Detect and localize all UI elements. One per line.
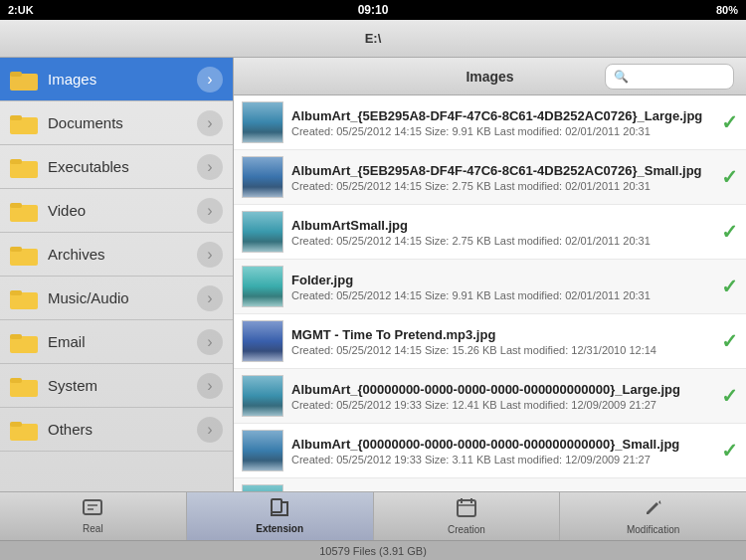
sidebar-item-email[interactable]: Email	[0, 320, 233, 364]
real-icon	[82, 498, 103, 521]
folder-icon	[10, 375, 38, 397]
path-bar: E:\	[0, 20, 746, 58]
toolbar-label-creation: Creation	[448, 524, 485, 535]
folder-icon	[10, 287, 38, 309]
file-info: AlbumArt_{00000000-0000-0000-0000-000000…	[291, 382, 715, 411]
check-mark-icon: ✓	[721, 165, 738, 189]
svg-rect-18	[84, 500, 101, 514]
table-row[interactable]: AlbumArt_{00000000-0000-0000-0000-000000…	[234, 424, 746, 478]
sidebar-item-system[interactable]: System	[0, 364, 233, 408]
creation-icon	[457, 497, 476, 522]
status-bar: 2:UK 09:10 80%	[0, 0, 746, 20]
file-info: MGMT - Time To Pretend.mp3.jpgCreated: 0…	[291, 327, 715, 356]
sidebar-item-label-executables: Executables	[48, 158, 197, 175]
svg-rect-17	[10, 422, 22, 427]
svg-rect-13	[10, 334, 22, 339]
file-meta: Created: 05/25/2012 14:15 Size: 2.75 KB …	[291, 235, 715, 247]
file-name: AlbumArt_{5EB295A8-DF4F-47C6-8C61-4DB252…	[291, 163, 715, 178]
check-mark-icon: ✓	[721, 384, 738, 408]
svg-rect-21	[272, 499, 281, 512]
table-row[interactable]: AlbumArt_{5EB295A8-DF4F-47C6-8C61-4DB252…	[234, 150, 746, 205]
file-name: AlbumArt_{00000000-0000-0000-0000-000000…	[291, 382, 715, 397]
status-left: 2:UK	[8, 4, 34, 16]
sidebar-item-archives[interactable]: Archives	[0, 233, 233, 277]
folder-icon	[10, 200, 38, 222]
file-info: AlbumArt_{5EB295A8-DF4F-47C6-8C61-4DB252…	[291, 108, 715, 137]
file-meta: Created: 05/25/2012 19:33 Size: 3.11 KB …	[291, 454, 715, 466]
chevron-right-icon	[197, 198, 223, 224]
file-name: Folder.jpg	[291, 273, 715, 287]
svg-rect-22	[458, 500, 475, 516]
file-info: AlbumArt_{00000000-0000-0000-0000-000000…	[291, 437, 715, 466]
file-name: AlbumArtSmall.jpg	[291, 218, 715, 233]
sidebar-item-images[interactable]: Images	[0, 58, 233, 101]
sidebar-item-label-music-audio: Music/Audio	[48, 289, 197, 306]
check-mark-icon: ✓	[721, 439, 738, 463]
sidebar-item-label-email: Email	[48, 333, 197, 350]
sidebar-item-label-documents: Documents	[48, 114, 197, 131]
path-text: E:\	[365, 31, 382, 46]
toolbar-label-extension: Extension	[256, 523, 303, 534]
svg-rect-5	[10, 159, 22, 164]
modification-icon	[644, 497, 663, 522]
sidebar-item-label-archives: Archives	[48, 246, 197, 263]
table-row[interactable]: AlbumArt_{061154BA-DD5D-4D69-B367-26B2A5…	[234, 478, 746, 491]
file-thumbnail	[242, 101, 283, 143]
chevron-right-icon	[197, 285, 223, 311]
toolbar-label-modification: Modification	[627, 524, 679, 535]
chevron-right-icon	[197, 329, 223, 355]
file-thumbnail	[242, 266, 283, 307]
sidebar: Images Documents Executables Video Archi…	[0, 58, 234, 491]
toolbar-item-real[interactable]: Real	[0, 492, 187, 540]
file-name: AlbumArt_{5EB295A8-DF4F-47C6-8C61-4DB252…	[291, 108, 715, 123]
sidebar-item-label-system: System	[48, 377, 197, 394]
file-meta: Created: 05/25/2012 19:33 Size: 12.41 KB…	[291, 399, 715, 411]
svg-rect-11	[10, 290, 22, 295]
file-name: AlbumArt_{00000000-0000-0000-0000-000000…	[291, 437, 715, 452]
chevron-right-icon	[197, 242, 223, 268]
right-panel-title: Images	[375, 69, 605, 85]
folder-icon	[10, 69, 38, 91]
table-row[interactable]: AlbumArtSmall.jpgCreated: 05/25/2012 14:…	[234, 205, 746, 260]
file-thumbnail	[242, 375, 283, 417]
table-row[interactable]: AlbumArt_{5EB295A8-DF4F-47C6-8C61-4DB252…	[234, 95, 746, 150]
chevron-right-icon	[197, 417, 223, 443]
search-box[interactable]: 🔍	[605, 64, 734, 90]
file-meta: Created: 05/25/2012 14:15 Size: 15.26 KB…	[291, 344, 715, 356]
table-row[interactable]: Folder.jpgCreated: 05/25/2012 14:15 Size…	[234, 260, 746, 314]
chevron-right-icon	[197, 110, 223, 136]
sidebar-item-others[interactable]: Others	[0, 408, 233, 452]
search-input[interactable]	[633, 70, 746, 84]
toolbar-item-creation[interactable]: Creation	[374, 492, 561, 540]
file-count-text: 10579 Files (3.91 GB)	[319, 545, 427, 557]
sidebar-item-label-others: Others	[48, 421, 197, 438]
file-meta: Created: 05/25/2012 14:15 Size: 2.75 KB …	[291, 180, 715, 192]
bottom-toolbar: RealExtensionCreationModification	[0, 491, 746, 540]
chevron-right-icon	[197, 154, 223, 180]
folder-icon	[10, 112, 38, 134]
folder-icon	[10, 244, 38, 266]
toolbar-item-modification[interactable]: Modification	[560, 492, 746, 540]
status-bottom: 10579 Files (3.91 GB)	[0, 540, 746, 560]
file-thumbnail	[242, 320, 283, 362]
sidebar-item-documents[interactable]: Documents	[0, 101, 233, 145]
right-panel: Images 🔍 AlbumArt_{5EB295A8-DF4F-47C6-8C…	[234, 58, 746, 491]
sidebar-item-video[interactable]: Video	[0, 189, 233, 233]
sidebar-item-music-audio[interactable]: Music/Audio	[0, 277, 233, 320]
table-row[interactable]: AlbumArt_{00000000-0000-0000-0000-000000…	[234, 369, 746, 424]
sidebar-item-label-images: Images	[48, 71, 197, 88]
battery-text: 80%	[716, 4, 738, 16]
folder-icon	[10, 156, 38, 178]
table-row[interactable]: MGMT - Time To Pretend.mp3.jpgCreated: 0…	[234, 314, 746, 369]
status-right: 80%	[716, 4, 738, 16]
sidebar-item-executables[interactable]: Executables	[0, 145, 233, 189]
toolbar-label-real: Real	[83, 523, 103, 534]
toolbar-item-extension[interactable]: Extension	[187, 492, 374, 540]
folder-icon	[10, 331, 38, 353]
extension-icon	[269, 498, 290, 521]
carrier-text: 2:UK	[8, 4, 34, 16]
file-info: AlbumArt_{5EB295A8-DF4F-47C6-8C61-4DB252…	[291, 163, 715, 192]
file-meta: Created: 05/25/2012 14:15 Size: 9.91 KB …	[291, 289, 715, 301]
folder-icon	[10, 419, 38, 441]
file-thumbnail	[242, 484, 283, 491]
